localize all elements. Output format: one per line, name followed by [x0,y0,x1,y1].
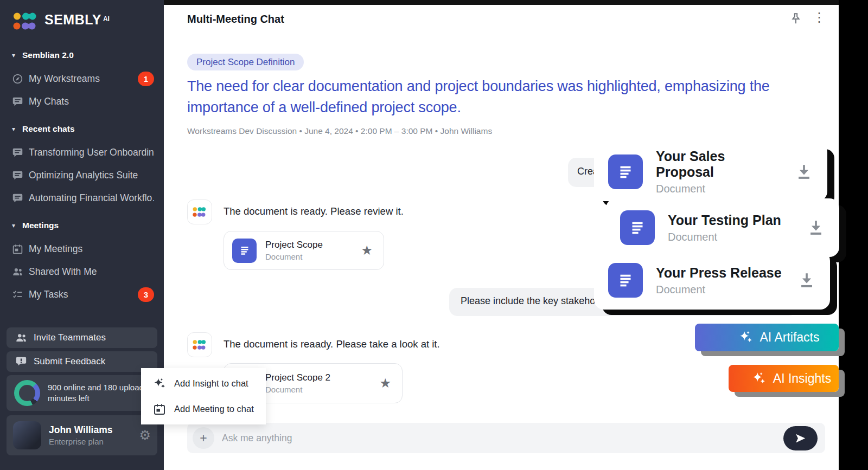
section-label: Semblian 2.0 [22,50,74,60]
sidebar-item-label: My Workstreams [29,73,100,85]
sidebar-item-my-chats[interactable]: My Chats [0,90,164,113]
ai-insights-button[interactable]: AI Insights [729,365,839,392]
sidebar-item-my-meetings[interactable]: My Meetings [0,237,164,260]
artifact-card-sales-proposal[interactable]: Your Sales Proposal Document [594,143,827,201]
caret-down-icon: ▾ [12,222,15,229]
document-title: Project Scope 2 [265,372,330,383]
submit-feedback-button[interactable]: Submit Feedback [7,351,157,372]
chat-icon [12,96,23,107]
topic-tag: Project Scope Definition [187,54,304,70]
chat-composer: + [187,423,825,453]
minutes-progress-ring [14,380,40,406]
compass-icon [12,73,23,85]
tasks-count-badge: 3 [138,287,154,302]
document-type: Document [265,252,323,261]
star-icon[interactable]: ★ [361,243,373,258]
sidebar-item-my-tasks[interactable]: My Tasks 3 [0,283,164,306]
ai-artifacts-label: AI Artifacts [760,330,820,345]
sidebar-item-shared-with-me[interactable]: Shared With Me [0,260,164,283]
sembly-logo[interactable]: SEMBLYAI [0,0,164,30]
document-icon [620,210,655,245]
sidebar-item-label: My Tasks [29,289,68,300]
chat-icon [12,192,23,204]
chat-icon [12,170,23,181]
submit-feedback-label: Submit Feedback [34,356,105,367]
ai-artifacts-button[interactable]: AI Artifacts [695,324,839,351]
sidebar-item-recent-chat-2[interactable]: Optimizing Analytics Suite [0,164,164,186]
artifact-type: Document [656,183,782,195]
menu-item-label: Add Meeting to chat [174,404,254,414]
tasks-icon [12,289,23,300]
artifact-type: Document [668,231,781,243]
sparkle-icon [738,330,753,345]
frame-right-edge [839,0,868,470]
sembly-logo-icon [193,207,207,217]
section-meetings[interactable]: ▾ Meetings [0,214,164,237]
bot-message-row: The document is reaady. Please take a lo… [187,332,440,357]
star-icon[interactable]: ★ [379,376,391,391]
bot-message-text: The document is reaady. Please take a lo… [224,332,440,357]
app-window: SEMBLYAI ▾ Semblian 2.0 My Workstreams 1… [0,0,868,470]
minutes-remaining-tile[interactable]: 900 online and 180 upload minutes left [7,375,157,411]
bot-message-text: The document is ready. Please review it. [224,199,404,224]
avatar [13,421,41,449]
menu-item-add-meeting[interactable]: Add Meeting to chat [141,398,266,420]
calendar-icon [153,403,166,416]
document-card-project-scope[interactable]: Project Scope Document ★ [224,231,384,270]
document-icon [608,154,643,189]
send-button[interactable] [783,426,818,450]
section-recent-chats[interactable]: ▾ Recent chats [0,117,164,141]
sidebar-nav: ▾ Semblian 2.0 My Workstreams 1 My Chats… [0,43,164,306]
gear-icon[interactable]: ⚙ [139,428,151,443]
user-plan: Enterprise plan [49,437,113,446]
artifact-title: Your Press Release [656,265,782,281]
brand-suffix: AI [103,15,110,23]
add-attachment-button[interactable]: + [193,427,214,449]
plus-icon: + [200,431,207,446]
download-icon[interactable] [797,271,816,289]
sidebar-item-recent-chat-1[interactable]: Transforming User Onboarding [0,141,164,164]
section-label: Meetings [22,221,59,230]
document-icon [232,239,257,263]
artifact-title: Your Testing Plan [668,213,781,228]
add-to-chat-context-menu: Add Insight to chat Add Meeting to chat [141,368,266,424]
menu-item-add-insight[interactable]: Add Insight to chat [141,372,266,395]
artifact-title: Your Sales Proposal [656,149,782,180]
sparkle-icon [751,371,766,386]
ai-insights-label: AI Insights [773,371,831,386]
sembly-bot-avatar [187,199,212,224]
sembly-logo-icon [13,12,38,30]
invite-teammates-label: Invite Teammates [34,332,106,343]
pin-icon[interactable] [789,12,803,26]
kebab-menu-icon[interactable]: ⋮ [813,11,826,24]
sidebar-item-label: My Chats [29,96,69,107]
meeting-meta: Workstreams Dev Discussion • June 4, 202… [187,126,492,136]
menu-item-label: Add Insight to chat [174,378,248,389]
calendar-icon [12,243,23,255]
user-profile-tile[interactable]: John Williams Enterprise plan ⚙ [7,415,157,455]
artifact-card-testing-plan[interactable]: Your Testing Plan Document [606,198,839,257]
download-icon[interactable] [807,218,825,237]
user-name: John Williams [49,424,113,436]
document-type: Document [265,385,330,394]
sidebar-item-label: Optimizing Analytics Suite [29,170,138,181]
summary-heading: The need for clear documentation and pro… [187,76,795,118]
sidebar-item-recent-chat-3[interactable]: Automating Financial Workflo… [0,186,164,209]
download-icon[interactable] [795,163,813,181]
artifact-type: Document [656,284,782,296]
artifact-card-press-release[interactable]: Your Press Release Document [594,251,830,310]
invite-teammates-button[interactable]: Invite Teammates [7,327,157,348]
sembly-logo-icon [193,339,207,350]
feedback-icon [15,356,27,368]
sidebar-item-label: My Meetings [29,243,82,255]
brand-name: SEMBLY [44,12,101,27]
caret-down-icon: ▾ [12,126,15,132]
caret-down-icon: ▾ [12,52,15,59]
chat-input[interactable] [214,433,783,444]
sidebar-item-my-workstreams[interactable]: My Workstreams 1 [0,67,164,90]
document-icon [608,263,643,298]
sembly-bot-avatar [187,332,212,357]
people-icon [12,266,23,278]
section-semblian[interactable]: ▾ Semblian 2.0 [0,43,164,67]
minutes-remaining-text: 900 online and 180 upload minutes left [48,382,150,404]
